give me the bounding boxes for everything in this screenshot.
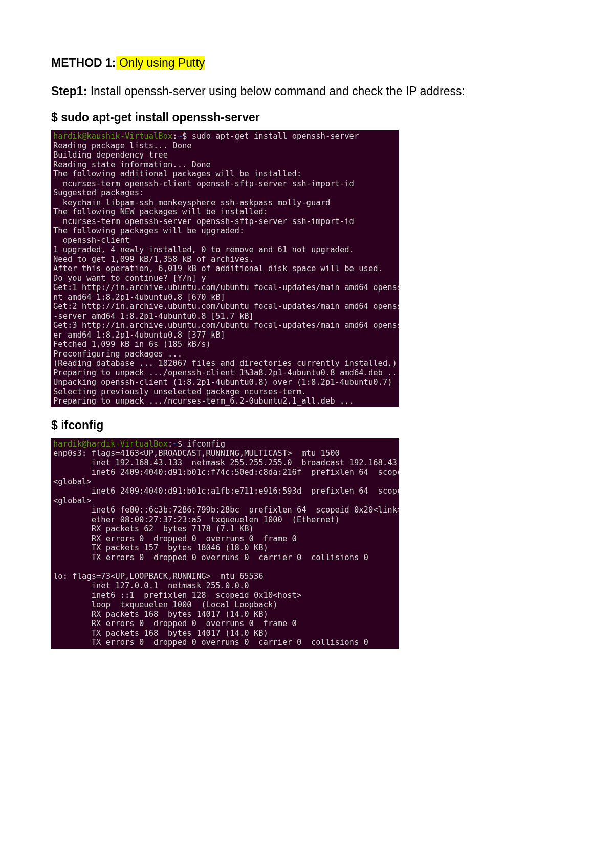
- method-heading: METHOD 1: Only using Putty: [51, 56, 563, 70]
- command2-heading: $ ifconfig: [51, 418, 563, 432]
- command1-heading: $ sudo apt-get install openssh-server: [51, 110, 563, 124]
- step1-label: Step1:: [51, 84, 87, 98]
- method-label: METHOD 1:: [51, 56, 116, 70]
- step1-line: Step1: Install openssh-server using belo…: [51, 84, 563, 98]
- method-highlighted-text: Only using Putty: [116, 56, 205, 70]
- step1-text: Install openssh-server using below comma…: [87, 84, 465, 98]
- terminal-output-2: hardik@hardik-VirtualBox:~$ ifconfig enp…: [51, 438, 399, 649]
- document-page: METHOD 1: Only using Putty Step1: Instal…: [0, 0, 614, 679]
- terminal-output-1: hardik@kaushik-VirtualBox:~$ sudo apt-ge…: [51, 130, 399, 407]
